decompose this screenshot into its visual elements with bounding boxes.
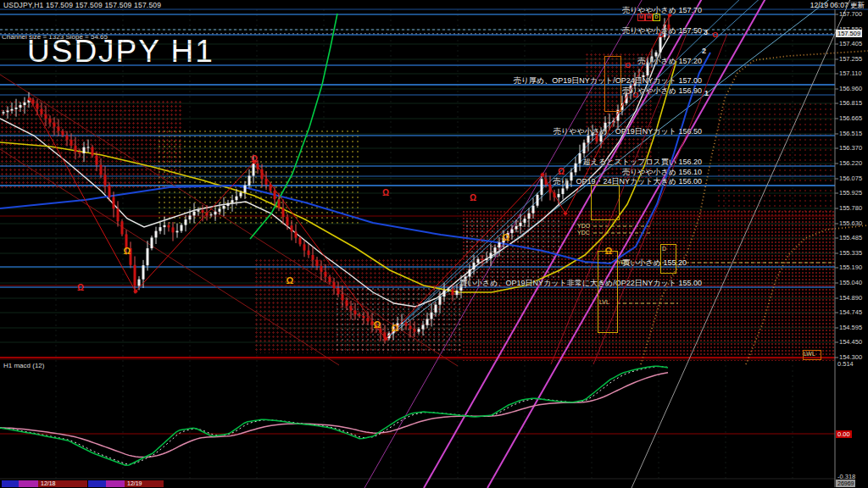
candle-body <box>164 225 166 227</box>
level-annotation: 売り、OP19・24日NYカット大きめ 156.00 <box>553 176 702 187</box>
candle-body <box>36 103 39 108</box>
candle-body <box>609 122 611 123</box>
candle-body <box>100 165 103 175</box>
candle-body <box>66 136 69 140</box>
session-strip-segment <box>106 480 125 487</box>
period-badge: M <box>637 14 645 21</box>
candle-body <box>79 152 81 153</box>
candle-body <box>193 212 196 216</box>
candle-body <box>337 288 340 294</box>
pivot-label: YDL <box>617 259 629 265</box>
candle-body <box>473 263 476 269</box>
period-badge: W <box>645 14 653 21</box>
price-axis-label: 156.815 <box>839 100 862 107</box>
candle-body <box>477 259 480 263</box>
price-axis-label: 157.405 <box>839 41 862 47</box>
candle-body <box>62 131 64 136</box>
candle-body <box>409 326 412 330</box>
omega-marker-red: Ω <box>77 284 84 292</box>
pivot-label: LWL <box>804 351 815 357</box>
candle-body <box>426 319 429 325</box>
macd-indicator-label: H1 macd (12) <box>3 362 44 369</box>
price-axis-label: 156.665 <box>839 115 862 122</box>
omega-marker-red: Ω <box>470 194 476 202</box>
price-axis-label: 157.700 <box>839 11 862 18</box>
candle-body <box>354 311 357 315</box>
candle-body <box>583 142 586 153</box>
candle-body <box>7 111 9 113</box>
chart-plot-area[interactable] <box>0 0 868 488</box>
session-strip-segment <box>2 480 19 487</box>
candle-body <box>274 191 276 199</box>
candle-body <box>316 260 319 266</box>
level-annotation: 売りやや小さめ 157.70 <box>622 5 702 16</box>
ma-line <box>250 14 337 239</box>
candle-body <box>147 248 149 265</box>
price-axis-label: 155.040 <box>839 280 862 286</box>
candle-body <box>270 185 272 191</box>
candle-body <box>448 289 450 290</box>
current-price-label: 157.509 <box>836 30 862 37</box>
candle-body <box>291 225 293 231</box>
price-axis-label: 155.485 <box>839 235 862 241</box>
candle-body <box>575 164 577 173</box>
highlight-box <box>591 185 620 220</box>
session-strip-segment <box>88 480 106 487</box>
candle-body <box>253 164 255 176</box>
pivot-label: LVL <box>599 299 609 305</box>
candle-body <box>431 313 433 319</box>
candle-body <box>414 329 416 331</box>
price-axis-label: 156.960 <box>839 86 862 92</box>
candle-body <box>537 195 539 206</box>
candle-body <box>198 210 200 212</box>
candle-body <box>70 140 73 146</box>
candle-body <box>498 242 501 247</box>
candle-body <box>87 147 90 148</box>
candle-body <box>422 325 425 330</box>
macd-signal-line <box>0 373 668 458</box>
macd-dotted-line <box>0 367 668 465</box>
candle-body <box>469 269 471 276</box>
candle-body <box>92 147 94 156</box>
price-axis-label: 155.630 <box>839 220 862 227</box>
candle-body <box>219 208 221 211</box>
candle-body <box>486 258 488 260</box>
price-axis-label: 156.515 <box>839 130 862 137</box>
candle-body <box>113 197 115 209</box>
omega-marker: Ω <box>124 247 131 255</box>
candle-body <box>159 227 162 231</box>
candle-body <box>659 37 662 53</box>
candle-body <box>524 219 526 223</box>
candle-body <box>214 212 217 214</box>
ma-line <box>641 51 868 364</box>
omega-marker-red: Ω <box>251 155 258 164</box>
level-annotation: 売りやや小さめ、OP19日NYカット 156.50 <box>554 126 702 137</box>
pivot-label: D <box>662 246 666 252</box>
omega-marker: Ω <box>287 276 294 285</box>
candle-body <box>299 238 302 245</box>
fan-line-number: 2 <box>702 47 706 55</box>
candle-body <box>320 266 323 272</box>
candle-body <box>303 244 306 250</box>
candle-body <box>248 175 251 185</box>
candle-body <box>494 247 497 252</box>
price-axis-label: 154.745 <box>839 309 862 316</box>
price-axis-label: 156.220 <box>839 160 862 167</box>
candle-body <box>53 123 56 127</box>
candle-body <box>134 265 136 286</box>
candle-body <box>541 179 543 195</box>
price-axis-label: 155.190 <box>839 264 862 271</box>
session-strip-segment <box>19 480 38 487</box>
omega-marker-red: Ω <box>382 189 389 197</box>
omega-marker: Ω <box>392 324 399 332</box>
omega-marker: Ω <box>374 320 381 329</box>
level-annotation: 買い小さめ、OP19日NYカット非常に大きめ/OP22日NYカット 155.00 <box>459 278 702 289</box>
candle-body <box>481 259 484 260</box>
session-date-label: 12/19 <box>127 480 142 487</box>
candle-body <box>443 291 446 297</box>
candle-body <box>490 253 492 259</box>
highlight-box <box>604 56 621 112</box>
candle-body <box>359 314 361 316</box>
macd-scale-top: 0.514 <box>837 361 854 368</box>
pivot-label: YDC <box>577 230 590 236</box>
